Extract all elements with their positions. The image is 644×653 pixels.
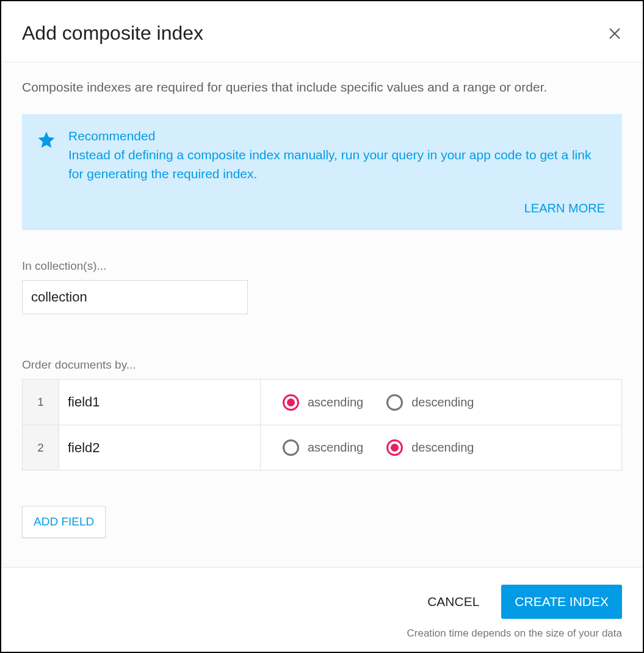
radio-icon	[386, 394, 403, 411]
dialog-footer: CANCEL CREATE INDEX Creation time depend…	[1, 567, 643, 652]
order-row: 1 ascending descending	[23, 380, 621, 425]
footer-buttons: CANCEL CREATE INDEX	[427, 585, 622, 619]
add-field-button[interactable]: ADD FIELD	[22, 506, 106, 538]
field-cell	[59, 380, 261, 425]
radio-cell: ascending descending	[261, 380, 621, 425]
radio-label: descending	[411, 441, 474, 455]
radio-ascending[interactable]: ascending	[283, 394, 363, 411]
info-top: Recommended Instead of defining a compos…	[37, 129, 605, 183]
radio-icon	[283, 394, 299, 411]
radio-descending[interactable]: descending	[386, 439, 474, 456]
radio-descending[interactable]: descending	[386, 394, 474, 411]
cancel-button[interactable]: CANCEL	[427, 594, 479, 609]
dialog-description: Composite indexes are required for queri…	[22, 78, 622, 96]
info-actions: LEARN MORE	[37, 201, 605, 215]
order-label: Order documents by...	[22, 358, 622, 372]
field-name-input[interactable]	[59, 425, 260, 470]
close-icon[interactable]	[607, 26, 622, 41]
radio-icon	[386, 439, 403, 456]
star-icon	[37, 130, 56, 150]
info-title: Recommended	[68, 129, 605, 143]
radio-label: ascending	[308, 441, 363, 455]
field-cell	[59, 425, 261, 470]
radio-label: ascending	[308, 395, 363, 409]
recommended-info-box: Recommended Instead of defining a compos…	[22, 114, 622, 230]
row-number: 2	[23, 425, 59, 470]
radio-ascending[interactable]: ascending	[283, 439, 363, 456]
dialog-title: Add composite index	[22, 22, 203, 45]
dialog-header: Add composite index	[1, 1, 643, 62]
order-row: 2 ascending descending	[23, 425, 621, 470]
collection-input[interactable]	[22, 280, 248, 314]
info-text: Instead of defining a composite index ma…	[68, 146, 605, 183]
footer-note: Creation time depends on the size of you…	[407, 627, 623, 640]
dialog-body: Composite indexes are required for queri…	[1, 62, 643, 567]
learn-more-link[interactable]: LEARN MORE	[524, 201, 605, 215]
collection-label: In collection(s)...	[22, 259, 622, 273]
field-name-input[interactable]	[59, 380, 260, 425]
radio-icon	[283, 439, 299, 456]
radio-cell: ascending descending	[261, 425, 621, 470]
create-index-button[interactable]: CREATE INDEX	[501, 585, 622, 619]
info-content: Recommended Instead of defining a compos…	[68, 129, 605, 183]
add-composite-index-dialog: Add composite index Composite indexes ar…	[1, 1, 643, 652]
row-number: 1	[23, 380, 59, 425]
radio-label: descending	[411, 395, 474, 409]
order-table: 1 ascending descending 2	[22, 379, 622, 471]
